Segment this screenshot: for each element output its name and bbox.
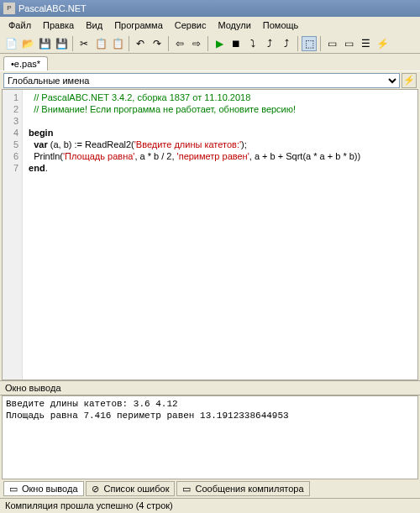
scope-bar: Глобальные имена ⚡ <box>0 71 420 89</box>
menu-edit[interactable]: Правка <box>38 18 79 32</box>
tab-output[interactable]: ▭Окно вывода <box>3 481 84 496</box>
new-icon[interactable]: 📄 <box>3 36 18 51</box>
menu-modules[interactable]: Модули <box>213 18 255 32</box>
menu-service[interactable]: Сервис <box>170 18 212 32</box>
stepout-icon[interactable]: ⤴ <box>279 36 294 51</box>
redo-icon[interactable]: ↷ <box>150 36 165 51</box>
tab-compiler[interactable]: ▭Сообщения компилятора <box>176 481 309 496</box>
forward-icon[interactable]: ⇨ <box>189 36 204 51</box>
separator <box>129 36 129 51</box>
window-titlebar: P PascalABC.NET <box>0 0 420 17</box>
output-panel: Введите длины катетов: 3.6 4.12 Площадь … <box>2 395 418 479</box>
separator <box>207 36 208 51</box>
open-icon[interactable]: 📂 <box>20 36 35 51</box>
tab-active[interactable]: •e.pas* <box>3 56 48 71</box>
line-gutter: 1 2 3 4 5 6 7 <box>3 90 23 380</box>
code-area[interactable]: // PascalABC.NET 3.4.2, сборка 1837 от 1… <box>23 90 417 380</box>
saveall-icon[interactable]: 💾 <box>54 36 69 51</box>
status-bar: Компиляция прошла успешно (4 строк) <box>0 498 420 513</box>
compiler-tab-icon: ▭ <box>182 484 192 494</box>
bottom-tabs: ▭Окно вывода ⊘Список ошибок ▭Сообщения к… <box>0 479 420 498</box>
output-header: Окно вывода <box>0 380 420 395</box>
back-icon[interactable]: ⇦ <box>172 36 187 51</box>
cut-icon[interactable]: ✂ <box>76 36 92 51</box>
stepover-icon[interactable]: ⤴ <box>262 36 277 51</box>
output-tab-icon: ▭ <box>9 484 19 494</box>
menubar: Файл Правка Вид Программа Сервис Модули … <box>0 17 420 34</box>
copy-icon[interactable]: 📋 <box>93 36 108 51</box>
save-icon[interactable]: 💾 <box>37 36 52 51</box>
scope-dropdown[interactable]: Глобальные имена <box>3 73 400 88</box>
menu-file[interactable]: Файл <box>3 18 36 32</box>
intellisense-icon[interactable]: ⚡ <box>375 36 390 51</box>
separator <box>72 36 73 51</box>
form2-icon[interactable]: ▭ <box>341 36 356 51</box>
separator <box>320 36 321 51</box>
menu-help[interactable]: Помощь <box>258 18 304 32</box>
props-icon[interactable]: ☰ <box>358 36 373 51</box>
separator <box>297 36 298 51</box>
file-tabs: •e.pas* <box>0 54 420 71</box>
errors-tab-icon: ⊘ <box>92 484 102 494</box>
form-icon[interactable]: ▭ <box>324 36 339 51</box>
lightning-icon[interactable]: ⚡ <box>402 73 417 88</box>
app-icon: P <box>3 3 15 14</box>
code-editor[interactable]: 1 2 3 4 5 6 7 // PascalABC.NET 3.4.2, сб… <box>2 89 418 380</box>
toggle-icon[interactable]: ⬚ <box>302 36 317 51</box>
window-title: PascalABC.NET <box>18 3 87 13</box>
paste-icon[interactable]: 📋 <box>110 36 125 51</box>
step-icon[interactable]: ⤵ <box>245 36 260 51</box>
run-icon[interactable]: ▶ <box>212 36 227 51</box>
separator <box>168 36 169 51</box>
undo-icon[interactable]: ↶ <box>133 36 148 51</box>
menu-view[interactable]: Вид <box>81 18 108 32</box>
toolbar: 📄 📂 💾 💾 ✂ 📋 📋 ↶ ↷ ⇦ ⇨ ▶ ⏹ ⤵ ⤴ ⤴ ⬚ ▭ ▭ ☰ … <box>0 34 420 54</box>
menu-program[interactable]: Программа <box>109 18 168 32</box>
stop-icon[interactable]: ⏹ <box>228 36 244 51</box>
tab-errors[interactable]: ⊘Список ошибок <box>86 481 176 496</box>
